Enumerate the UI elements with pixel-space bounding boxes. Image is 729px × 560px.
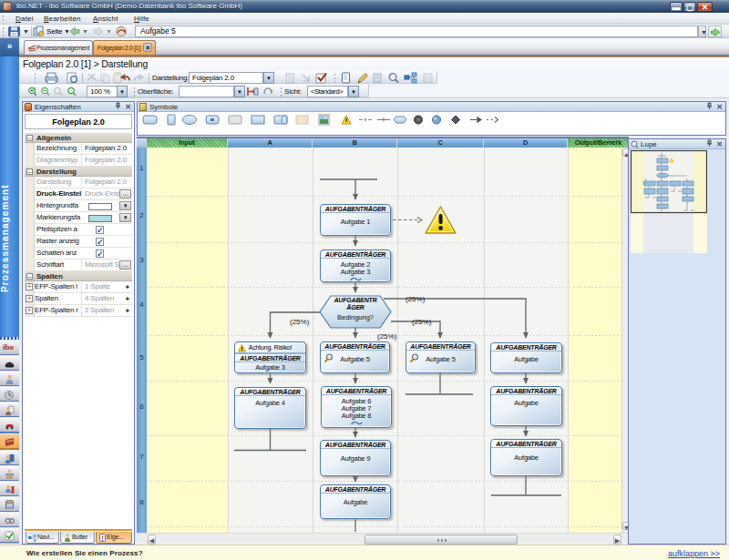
svg-text:ÄGER: ÄGER [345, 304, 364, 311]
svg-text:(25%): (25%) [377, 332, 397, 341]
svg-text:(25%): (25%) [412, 318, 432, 326]
svg-text:(25%): (25%) [290, 318, 310, 326]
svg-text:Bedingung?: Bedingung? [337, 313, 374, 321]
svg-text:AUFGABENTR: AUFGABENTR [334, 297, 377, 303]
svg-text:(25%): (25%) [406, 295, 426, 303]
